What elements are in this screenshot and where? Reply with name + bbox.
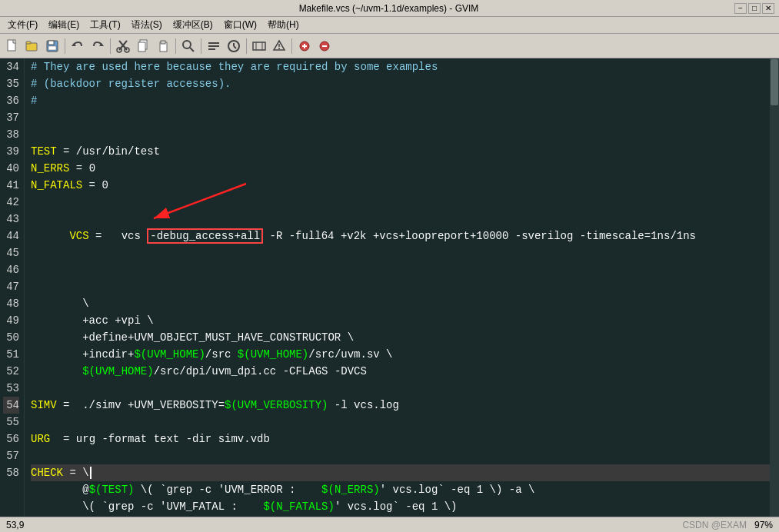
line-num-53: 53	[3, 380, 19, 397]
highlight-debug-access: -debug_access+all	[147, 228, 263, 244]
status-position: 53,9	[6, 520, 24, 530]
svg-rect-13	[138, 42, 145, 52]
line-num-52: 52	[3, 363, 19, 380]
status-percent: 97%	[754, 520, 773, 530]
code-line-57	[31, 515, 770, 517]
svg-point-29	[278, 48, 280, 49]
menu-bar: 文件(F) 编辑(E) 工具(T) 语法(S) 缓冲区(B) 窗口(W) 帮助(…	[0, 17, 779, 34]
toolbar-open[interactable]	[23, 37, 42, 55]
menu-help[interactable]: 帮助(H)	[263, 17, 304, 33]
toolbar-copy[interactable]	[134, 37, 152, 55]
code-line-38	[31, 126, 770, 143]
toolbar-paste[interactable]	[154, 37, 172, 55]
svg-rect-18	[208, 42, 219, 44]
maximize-button[interactable]: □	[748, 3, 761, 14]
line-num-42: 42	[3, 194, 19, 211]
toolbar	[0, 34, 779, 58]
toolbar-undo[interactable]	[68, 37, 87, 55]
toolbar-btn-10[interactable]	[315, 37, 334, 55]
line-num-39: 39	[3, 143, 19, 160]
cursor	[90, 467, 92, 479]
toolbar-sep-3	[175, 38, 176, 54]
line-num-51: 51	[3, 346, 19, 363]
code-line-45: +acc +vpi \	[31, 312, 770, 329]
code-area: 34 35 36 37 38 39 40 41 42 43 44 45 46 4…	[0, 58, 779, 517]
toolbar-sep-4	[201, 38, 201, 54]
toolbar-btn-8[interactable]	[270, 37, 288, 55]
menu-buffer[interactable]: 缓冲区(B)	[168, 17, 218, 33]
code-line-52: URG = urg -format text -dir simv.vdb	[31, 431, 770, 447]
line-num-35: 35	[3, 75, 19, 92]
line-num-43: 43	[3, 211, 19, 228]
toolbar-btn-7[interactable]	[250, 37, 268, 55]
line-num-57: 57	[3, 447, 19, 464]
svg-line-17	[190, 48, 194, 52]
scroll-thumb[interactable]	[771, 59, 778, 105]
line-num-47: 47	[3, 278, 19, 295]
code-line-53	[31, 447, 770, 464]
close-button[interactable]: ✕	[762, 3, 774, 14]
code-line-48: $(UVM_HOME)/src/dpi/uvm_dpi.cc -CFLAGS -…	[31, 363, 770, 380]
line-num-58: 58	[3, 464, 19, 481]
line-num-44: 44	[3, 228, 19, 244]
code-line-47: +incdir+$(UVM_HOME)/src $(UVM_HOME)/src/…	[31, 346, 770, 363]
svg-rect-20	[208, 48, 215, 50]
toolbar-new[interactable]	[3, 37, 22, 55]
menu-syntax[interactable]: 语法(S)	[127, 17, 167, 33]
code-line-51	[31, 414, 770, 431]
line-num-36: 36	[3, 92, 19, 109]
toolbar-btn-9[interactable]	[295, 37, 314, 55]
status-right: CSDN @EXAM 97%	[682, 520, 773, 530]
code-line-43: VCS = vcs -debug_access+all -R -full64 +…	[31, 211, 770, 295]
svg-rect-24	[253, 42, 265, 50]
toolbar-sep-2	[110, 38, 111, 54]
code-line-35: # (backdoor register accesses).	[31, 75, 770, 92]
svg-rect-2	[26, 42, 31, 44]
menu-tools[interactable]: 工具(T)	[85, 17, 125, 33]
code-line-50: SIMV = ./simv +UVM_VERBOSITY=$(UVM_VERBO…	[31, 397, 770, 414]
svg-rect-19	[208, 45, 219, 47]
line-num-56: 56	[3, 431, 19, 447]
code-line-42	[31, 194, 770, 211]
toolbar-sep-1	[65, 38, 65, 54]
svg-rect-5	[48, 46, 56, 50]
svg-rect-15	[161, 41, 165, 44]
line-num-49: 49	[3, 312, 19, 329]
line-num-45: 45	[3, 244, 19, 261]
toolbar-save[interactable]	[43, 37, 62, 55]
code-line-39: TEST = /usr/bin/test	[31, 143, 770, 160]
title-bar: Makefile.vcs (~/uvm-1.1d/examples) - GVI…	[0, 0, 779, 17]
minimize-button[interactable]: −	[734, 3, 747, 14]
toolbar-btn-5[interactable]	[205, 37, 223, 55]
toolbar-find[interactable]	[179, 37, 198, 55]
menu-window[interactable]: 窗口(W)	[219, 17, 261, 33]
line-num-50: 50	[3, 329, 19, 346]
line-numbers: 34 35 36 37 38 39 40 41 42 43 44 45 46 4…	[0, 58, 25, 517]
line-num-54: 54	[3, 397, 19, 414]
line-num-38: 38	[3, 126, 19, 143]
code-line-49	[31, 380, 770, 397]
status-watermark: CSDN @EXAM	[682, 520, 747, 530]
svg-rect-4	[48, 41, 54, 45]
code-line-36: #	[31, 92, 770, 109]
line-num-41: 41	[3, 177, 19, 194]
code-content[interactable]: # They are used here because they are re…	[25, 58, 770, 517]
code-line-41: N_FATALS = 0	[31, 177, 770, 194]
line-num-37: 37	[3, 109, 19, 126]
code-line-40: N_ERRS = 0	[31, 160, 770, 177]
toolbar-btn-6[interactable]	[225, 37, 243, 55]
code-line-55: @$(TEST) \( `grep -c 'UVM_ERROR : $(N_ER…	[31, 481, 770, 498]
menu-file[interactable]: 文件(F)	[3, 17, 42, 33]
vertical-scrollbar[interactable]	[770, 58, 779, 517]
line-num-46: 46	[3, 261, 19, 278]
line-num-40: 40	[3, 160, 19, 177]
menu-edit[interactable]: 编辑(E)	[44, 17, 84, 33]
svg-line-23	[234, 46, 236, 48]
code-line-56: \( `grep -c 'UVM_FATAL : $(N_FATALS)' vc…	[31, 498, 770, 515]
code-line-34: # They are used here because they are re…	[31, 58, 770, 75]
toolbar-cut[interactable]	[114, 37, 132, 55]
toolbar-redo[interactable]	[88, 37, 107, 55]
toolbar-sep-5	[246, 38, 247, 54]
status-bar: 53,9 CSDN @EXAM 97%	[0, 517, 779, 532]
line-num-34: 34	[3, 58, 19, 75]
